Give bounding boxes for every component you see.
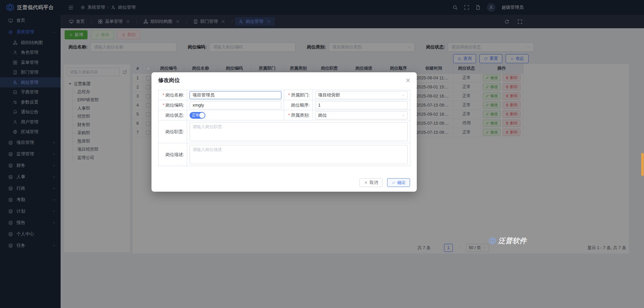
department-value: 项目经营部 <box>318 92 340 98</box>
field-label-name: 岗位名称: <box>159 90 187 100</box>
cancel-button-label: 取消 <box>370 180 378 186</box>
field-label-category: 所属类别: <box>284 110 313 120</box>
chevron-down-icon <box>401 93 405 97</box>
toggle-label: 正常 <box>192 113 199 118</box>
category-select[interactable]: 岗位 <box>315 111 408 119</box>
field-cell-category: 岗位 <box>313 110 410 120</box>
field-label-description: 岗位描述: <box>159 143 187 166</box>
field-label-status: 岗位状态: <box>159 110 187 120</box>
field-label-duty: 岗位职责: <box>159 120 187 143</box>
field-cell-name <box>187 90 284 100</box>
position-code-input[interactable] <box>190 101 281 109</box>
field-cell-description <box>187 143 410 166</box>
modal-footer: 取消 确定 <box>360 178 410 187</box>
modal-title: 修改岗位 <box>151 72 417 88</box>
cancel-button[interactable]: 取消 <box>360 178 382 187</box>
position-duty-textarea[interactable] <box>190 122 408 141</box>
watermark-logo-icon <box>489 237 496 244</box>
close-icon[interactable] <box>405 77 411 83</box>
field-cell-order <box>313 100 410 110</box>
field-label-order: 岗位顺序: <box>284 100 313 110</box>
close-icon <box>364 181 368 185</box>
confirm-button[interactable]: 确定 <box>387 178 410 187</box>
position-order-input[interactable] <box>315 101 408 109</box>
field-cell-code <box>187 100 284 110</box>
field-label-department: 所属部门: <box>284 90 313 100</box>
category-value: 岗位 <box>318 112 327 118</box>
field-cell-status: 正常 <box>187 110 284 120</box>
confirm-button-label: 确定 <box>397 180 406 186</box>
watermark-text: 泛普软件 <box>498 236 527 245</box>
edit-position-modal: 修改岗位 岗位名称: 所属部门: 项目经营部 岗位编码: 岗位顺序: 岗位状态:… <box>151 72 417 192</box>
scrollbar-thumb[interactable] <box>641 153 644 176</box>
chevron-down-icon <box>401 113 405 117</box>
position-description-textarea[interactable] <box>190 145 408 164</box>
field-label-code: 岗位编码: <box>159 100 187 110</box>
toggle-knob <box>199 113 205 118</box>
modal-form: 岗位名称: 所属部门: 项目经营部 岗位编码: 岗位顺序: 岗位状态: 正常 所… <box>158 90 410 166</box>
position-name-input[interactable] <box>190 91 281 99</box>
field-cell-duty <box>187 120 410 143</box>
check-icon <box>392 181 396 185</box>
field-cell-department: 项目经营部 <box>313 90 410 100</box>
watermark: 泛普软件 <box>489 236 527 245</box>
department-select[interactable]: 项目经营部 <box>315 91 408 99</box>
status-toggle[interactable]: 正常 <box>190 112 205 119</box>
